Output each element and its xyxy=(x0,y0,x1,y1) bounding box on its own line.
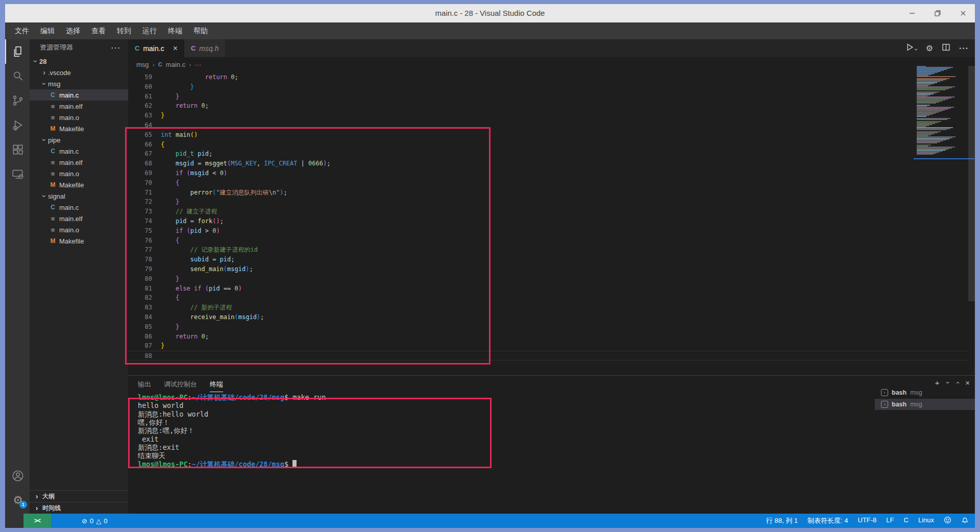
tree-folder-signal[interactable]: ›signal xyxy=(30,190,128,202)
status-item-3[interactable]: UTF-8 xyxy=(858,516,877,525)
menu-item-2[interactable]: 编辑 xyxy=(35,22,60,39)
menu-item-4[interactable]: 查看 xyxy=(86,22,111,39)
code-line-67[interactable]: 67 pid_t pid; xyxy=(128,149,968,159)
code-line-64[interactable]: 64 xyxy=(128,120,968,130)
editor-scrollbar[interactable] xyxy=(968,66,975,342)
editor-settings-icon[interactable]: ⚙ xyxy=(926,43,933,53)
editor-more-actions-icon[interactable]: ··· xyxy=(959,44,969,53)
code-line-84[interactable]: 84 receive_main(msgid); xyxy=(128,312,968,322)
tab-main.c[interactable]: Cmain.c× xyxy=(128,39,184,57)
restore-button[interactable] xyxy=(933,9,942,18)
settings-gear-icon[interactable]: ⚙1 xyxy=(5,488,30,513)
panel-tab-调试控制台[interactable]: 调试控制台 xyxy=(164,380,197,392)
tree-file-main.o[interactable]: ≡main.o xyxy=(30,112,128,123)
code-line-76[interactable]: 76 { xyxy=(128,236,968,246)
code-line-63[interactable]: 63} xyxy=(128,111,968,120)
code-line-70[interactable]: 70 { xyxy=(128,178,968,188)
maximize-panel-icon[interactable]: › xyxy=(953,381,961,383)
breadcrumb[interactable]: msg›Cmain.c›··· xyxy=(128,57,975,71)
close-tab-icon[interactable]: × xyxy=(173,44,178,53)
menu-item-7[interactable]: 终端 xyxy=(162,22,188,39)
code-line-73[interactable]: 73 // 建立子进程 xyxy=(128,207,968,216)
code-line-62[interactable]: 62 return 0; xyxy=(128,101,968,111)
minimize-button[interactable] xyxy=(908,9,917,18)
tree-file-main.c[interactable]: Cmain.c xyxy=(30,89,128,101)
code-line-80[interactable]: 80 } xyxy=(128,274,968,284)
terminal-dropdown-icon[interactable]: › xyxy=(944,381,951,383)
status-item-2[interactable]: 制表符长度: 4 xyxy=(807,516,848,525)
minimap[interactable] xyxy=(914,66,967,157)
code-editor[interactable]: 59 return 0;60 }61 }62 return 0;63}6465i… xyxy=(128,71,968,375)
code-line-71[interactable]: 71 perror("建立消息队列出错\n"); xyxy=(128,188,968,198)
run-debug-icon[interactable] xyxy=(5,113,30,137)
terminal-output[interactable]: lmos@lmos-PC:~/计算机基础/code/28/msg$ make r… xyxy=(138,393,326,468)
breadcrumb-item[interactable]: main.c xyxy=(166,61,185,68)
tree-folder-msg[interactable]: ›msg xyxy=(30,78,128,89)
tree-folder-.vscode[interactable]: ›.vscode xyxy=(30,67,128,78)
code-line-83[interactable]: 83 // 新的子进程 xyxy=(128,303,968,312)
search-icon[interactable] xyxy=(5,64,30,88)
menu-item-3[interactable]: 选择 xyxy=(60,22,86,39)
code-line-60[interactable]: 60 } xyxy=(128,82,968,92)
code-line-69[interactable]: 69 if (msgid < 0) xyxy=(128,168,968,178)
sidebar-section-2[interactable]: ›时间线 xyxy=(30,502,128,514)
code-line-75[interactable]: 75 if (pid > 0) xyxy=(128,226,968,236)
status-item-6[interactable]: Linux xyxy=(918,516,934,525)
terminal-session-2[interactable]: ›bashmsg xyxy=(875,399,975,410)
close-panel-icon[interactable]: × xyxy=(965,378,970,387)
account-icon[interactable] xyxy=(5,464,30,488)
code-line-61[interactable]: 61 } xyxy=(128,92,968,102)
tree-file-Makefile[interactable]: MMakefile xyxy=(30,235,128,247)
code-line-79[interactable]: 79 send_main(msgid); xyxy=(128,264,968,274)
tree-file-main.elf[interactable]: ≡main.elf xyxy=(30,213,128,224)
terminal-session-1[interactable]: ›bashmsg xyxy=(875,387,975,399)
tree-file-Makefile[interactable]: MMakefile xyxy=(30,123,128,134)
explorer-more-actions-icon[interactable]: ··· xyxy=(111,44,121,52)
tree-file-main.elf[interactable]: ≡main.elf xyxy=(30,157,128,168)
code-line-77[interactable]: 77 // 记录新建子进程的id xyxy=(128,245,968,255)
problems-status[interactable]: ⊘ 0 △ 0 xyxy=(82,514,107,528)
tab-msq.h[interactable]: Cmsq.h xyxy=(184,39,226,57)
status-item-5[interactable]: C xyxy=(904,516,909,525)
menu-item-8[interactable]: 帮助 xyxy=(188,22,213,39)
explorer-icon[interactable] xyxy=(5,39,30,64)
code-line-68[interactable]: 68 msgid = msgget(MSG_KEY, IPC_CREAT | 0… xyxy=(128,159,968,168)
tree-file-Makefile[interactable]: MMakefile xyxy=(30,179,128,190)
panel-tab-输出[interactable]: 输出 xyxy=(138,380,151,392)
menu-item-6[interactable]: 运行 xyxy=(137,22,162,39)
extensions-icon[interactable] xyxy=(5,137,30,162)
scrollbar-thumb[interactable] xyxy=(968,66,975,301)
breadcrumb-item[interactable]: msg xyxy=(136,61,149,68)
remote-indicator[interactable]: >< xyxy=(23,514,51,528)
close-button[interactable] xyxy=(959,9,968,18)
status-item-4[interactable]: LF xyxy=(886,516,894,525)
tree-file-main.o[interactable]: ≡main.o xyxy=(30,224,128,235)
split-editor-icon[interactable] xyxy=(942,43,950,54)
breadcrumb-more[interactable]: ··· xyxy=(195,61,202,68)
new-terminal-icon[interactable]: + xyxy=(935,378,940,387)
tree-folder-pipe[interactable]: ›pipe xyxy=(30,134,128,146)
menu-item-1[interactable]: 文件 xyxy=(9,22,35,39)
code-line-81[interactable]: 81 else if (pid == 0) xyxy=(128,284,968,294)
code-line-59[interactable]: 59 return 0; xyxy=(128,72,968,82)
menu-item-5[interactable]: 转到 xyxy=(111,22,137,39)
run-file-button[interactable]: › xyxy=(905,43,917,54)
code-line-85[interactable]: 85 } xyxy=(128,322,968,332)
code-line-78[interactable]: 78 subid = pid; xyxy=(128,255,968,264)
code-line-66[interactable]: 66{ xyxy=(128,140,968,150)
tree-file-main.o[interactable]: ≡main.o xyxy=(30,168,128,179)
code-line-74[interactable]: 74 pid = fork(); xyxy=(128,216,968,226)
code-line-87[interactable]: 87} xyxy=(128,341,968,351)
feedback-icon[interactable] xyxy=(944,516,951,525)
code-line-82[interactable]: 82 { xyxy=(128,293,968,303)
status-item-1[interactable]: 行 88, 列 1 xyxy=(766,516,798,525)
code-line-72[interactable]: 72 } xyxy=(128,197,968,207)
source-control-icon[interactable] xyxy=(5,88,30,113)
remote-explorer-icon[interactable] xyxy=(5,162,30,186)
tree-file-main.elf[interactable]: ≡main.elf xyxy=(30,101,128,112)
tree-file-main.c[interactable]: Cmain.c xyxy=(30,146,128,157)
code-line-86[interactable]: 86 return 0; xyxy=(128,332,968,342)
tree-file-main.c[interactable]: Cmain.c xyxy=(30,202,128,213)
sidebar-section-1[interactable]: ›大纲 xyxy=(30,490,128,502)
notifications-bell-icon[interactable] xyxy=(961,516,969,525)
